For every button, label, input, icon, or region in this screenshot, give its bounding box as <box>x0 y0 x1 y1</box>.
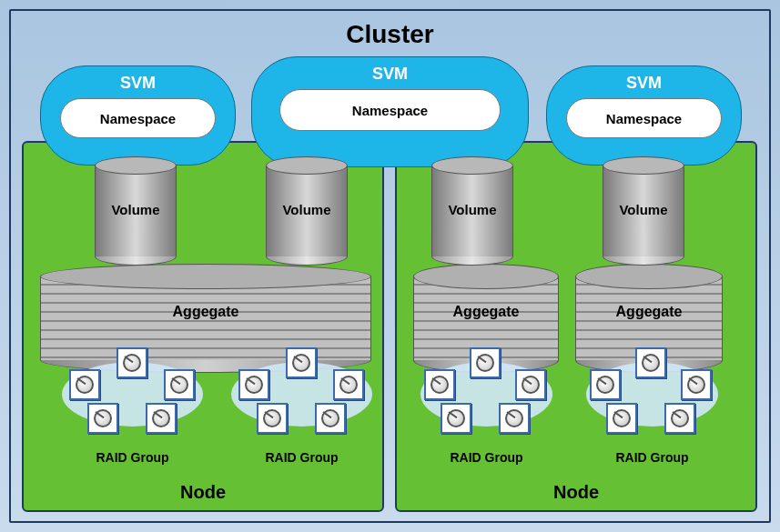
disk-icon <box>116 347 147 378</box>
disk-icon <box>515 369 546 400</box>
svm-label: SVM <box>372 65 408 84</box>
disk-icon <box>146 403 177 434</box>
node-label: Node <box>24 482 382 503</box>
disk-icon <box>681 369 712 400</box>
disk-icon <box>499 403 530 434</box>
volume-label: Volume <box>95 202 177 217</box>
aggregate-label: Aggegate <box>413 304 559 320</box>
cluster-title: Cluster <box>0 20 780 49</box>
aggregate-label: Aggegate <box>575 304 723 320</box>
svm-2: SVM Namespace <box>251 56 529 167</box>
volume-label: Volume <box>266 202 348 217</box>
svm-1: SVM Namespace <box>40 65 236 166</box>
namespace: Namespace <box>60 98 215 138</box>
raid-group-label: RAID Group <box>53 450 212 465</box>
disk-icon <box>87 403 118 434</box>
disk-icon <box>257 403 288 434</box>
volume-4: Volume <box>603 156 684 266</box>
disk-icon <box>333 369 364 400</box>
disk-icon <box>424 369 455 400</box>
disk-icon <box>286 347 317 378</box>
namespace: Namespace <box>566 98 721 138</box>
disk-icon <box>606 403 637 434</box>
raid-group-4: RAID Group <box>577 353 727 448</box>
disk-icon <box>635 347 666 378</box>
raid-group-2: RAID Group <box>222 353 381 448</box>
svm-label: SVM <box>120 74 156 93</box>
namespace: Namespace <box>279 89 500 131</box>
raid-group-label: RAID Group <box>411 450 562 465</box>
disk-icon <box>238 369 269 400</box>
volume-3: Volume <box>431 156 513 266</box>
svm-3: SVM Namespace <box>546 65 742 166</box>
disk-icon <box>470 347 501 378</box>
raid-group-label: RAID Group <box>577 450 727 465</box>
disk-icon <box>164 369 195 400</box>
volume-2: Volume <box>266 156 348 266</box>
disk-icon <box>590 369 621 400</box>
disk-icon <box>664 403 695 434</box>
svm-label: SVM <box>626 74 662 93</box>
disk-icon <box>441 403 471 434</box>
aggregate-label: Aggegate <box>40 304 371 320</box>
disk-icon <box>69 369 100 400</box>
raid-group-label: RAID Group <box>222 450 381 465</box>
volume-label: Volume <box>603 202 684 217</box>
volume-label: Volume <box>431 202 513 217</box>
node-label: Node <box>397 482 755 503</box>
raid-group-3: RAID Group <box>411 353 562 448</box>
raid-group-1: RAID Group <box>53 353 212 448</box>
disk-icon <box>315 403 346 434</box>
volume-1: Volume <box>95 156 177 266</box>
